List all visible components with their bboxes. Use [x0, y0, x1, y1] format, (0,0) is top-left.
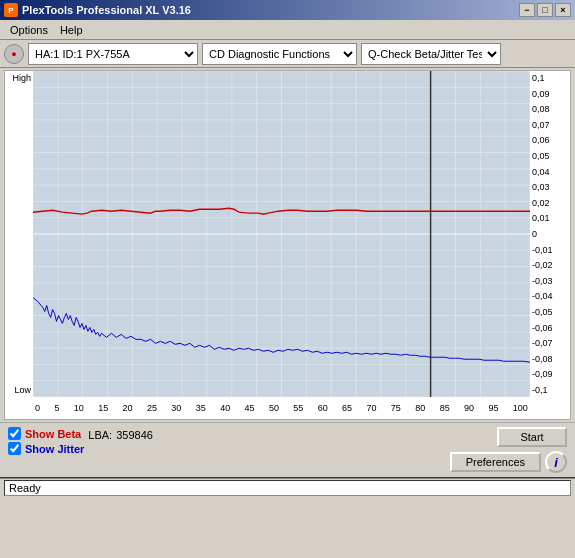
chart-label-low: Low: [14, 385, 31, 395]
info-icon[interactable]: i: [545, 451, 567, 473]
r-label-20: -0,1: [532, 385, 548, 395]
r-label-7: 0,03: [532, 182, 550, 192]
chart-container: High Low: [4, 70, 571, 420]
function-select[interactable]: CD Diagnostic Functions: [202, 43, 357, 65]
lba-value: 359846: [116, 429, 153, 441]
r-label-14: -0,04: [532, 291, 553, 301]
chart-bottom-labels: 0 5 10 15 20 25 30 35 40 45 50 55 60 65 …: [33, 397, 530, 419]
status-bar: Ready: [0, 477, 575, 497]
minimize-button[interactable]: −: [519, 3, 535, 17]
checkboxes-area: Show Beta Show Jitter: [8, 427, 84, 455]
r-label-12: -0,02: [532, 260, 553, 270]
lba-area: LBA: 359846: [88, 429, 153, 441]
r-label-6: 0,04: [532, 167, 550, 177]
show-jitter-checkbox[interactable]: [8, 442, 21, 455]
device-select[interactable]: HA:1 ID:1 PX-755A: [28, 43, 198, 65]
show-jitter-row: Show Jitter: [8, 442, 84, 455]
start-button[interactable]: Start: [497, 427, 567, 447]
r-label-2: 0,08: [532, 104, 550, 114]
status-message: Ready: [9, 482, 41, 494]
menu-help[interactable]: Help: [54, 22, 89, 38]
bottom-panel: Show Beta Show Jitter LBA: 359846 Start …: [0, 422, 575, 477]
chart-area: [33, 71, 530, 397]
toolbar: ● HA:1 ID:1 PX-755A CD Diagnostic Functi…: [0, 40, 575, 68]
chart-label-high: High: [12, 73, 31, 83]
r-label-0: 0,1: [532, 73, 545, 83]
r-label-19: -0,09: [532, 369, 553, 379]
preferences-button[interactable]: Preferences: [450, 452, 541, 472]
close-button[interactable]: ×: [555, 3, 571, 17]
window-title: PlexTools Professional XL V3.16: [22, 4, 191, 16]
r-label-1: 0,09: [532, 89, 550, 99]
r-label-8: 0,02: [532, 198, 550, 208]
r-label-16: -0,06: [532, 323, 553, 333]
menu-bar: Options Help: [0, 20, 575, 40]
lba-label: LBA:: [88, 429, 112, 441]
r-label-18: -0,08: [532, 354, 553, 364]
chart-svg: [33, 71, 530, 397]
r-label-13: -0,03: [532, 276, 553, 286]
r-label-9: 0,01: [532, 213, 550, 223]
show-beta-checkbox[interactable]: [8, 427, 21, 440]
r-label-17: -0,07: [532, 338, 553, 348]
test-select[interactable]: Q-Check Beta/Jitter Test: [361, 43, 501, 65]
buttons-area: Start Preferences i: [450, 427, 567, 473]
show-beta-row: Show Beta: [8, 427, 84, 440]
r-label-5: 0,05: [532, 151, 550, 161]
chart-right-labels: 0,1 0,09 0,08 0,07 0,06 0,05 0,04 0,03 0…: [530, 71, 570, 397]
status-text: Ready: [4, 480, 571, 496]
r-label-3: 0,07: [532, 120, 550, 130]
device-icon: ●: [4, 44, 24, 64]
maximize-button[interactable]: □: [537, 3, 553, 17]
title-bar: P PlexTools Professional XL V3.16 − □ ×: [0, 0, 575, 20]
show-beta-label: Show Beta: [25, 428, 81, 440]
r-label-11: -0,01: [532, 245, 553, 255]
r-label-4: 0,06: [532, 135, 550, 145]
r-label-10: 0: [532, 229, 537, 239]
show-jitter-label: Show Jitter: [25, 443, 84, 455]
r-label-15: -0,05: [532, 307, 553, 317]
chart-left-labels: High Low: [5, 71, 33, 397]
menu-options[interactable]: Options: [4, 22, 54, 38]
app-icon: P: [4, 3, 18, 17]
